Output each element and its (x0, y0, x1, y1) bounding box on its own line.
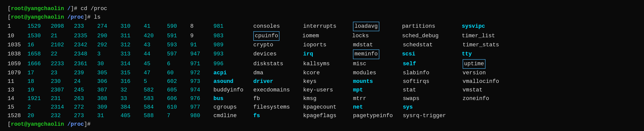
ls-cell: filesystems (253, 103, 303, 112)
ls-cell: 2335 (74, 32, 97, 40)
ls-cell: 973 (190, 77, 213, 86)
ls-cell: 591 (167, 32, 190, 40)
ls-cell: version (463, 69, 486, 77)
ls-cell: 971 (190, 60, 213, 68)
ls-cell: 24 (74, 77, 97, 86)
ls-cell: irq (303, 50, 353, 58)
ls-cell: 2098 (51, 22, 74, 31)
ls-cell: 308 (97, 94, 120, 103)
ls-cell: 1035 (8, 41, 27, 49)
ls-cell: 996 (214, 60, 253, 68)
ls-cell: 231 (51, 94, 74, 103)
ls-cell: 7 (167, 112, 190, 120)
ls-cell: 315 (120, 69, 144, 77)
ls-row: 15 2 2314 272 309 384 584 610 977 cgroup… (8, 103, 636, 112)
ls-cell: zoneinfo (463, 94, 489, 103)
ls-cell: 43 (144, 41, 167, 49)
ls-cell: 597 (167, 50, 190, 58)
ls-cell: 91 (190, 41, 213, 49)
ls-cell: 307 (97, 86, 120, 94)
ls-cell: 980 (190, 112, 213, 120)
ls-cell: pagetypeinfo (353, 112, 403, 120)
ls-cell: interrupts (303, 22, 353, 31)
ls-cell: schedstat (403, 41, 463, 49)
ls-cell: 593 (167, 41, 190, 49)
ls-cell: 5 (144, 77, 167, 86)
ls-cell: net (353, 103, 403, 112)
ls-cell: mdstat (353, 41, 403, 49)
ls-cell: 17 (27, 69, 51, 77)
ls-row: 1079 17 23 239 305 315 47 60 972 acpi dm… (8, 69, 636, 77)
ls-cell: tty (462, 50, 472, 58)
ls-cell: 292 (97, 41, 120, 49)
ls-row: 1038 1658 22 2348 3 313 44 597 947 993 d… (8, 49, 636, 59)
ls-cell: 274 (97, 22, 120, 31)
ls-cell: 310 (120, 22, 144, 31)
ls-cell: uptime (463, 59, 486, 69)
ls-cell: 2307 (51, 86, 74, 94)
ls-cell: 3 (97, 50, 120, 58)
ls-cell: 60 (167, 69, 190, 77)
ls-cell: ioports (303, 41, 353, 49)
ls-cell: fs (253, 112, 303, 120)
ls-row: 11 18 230 24 306 316 5 602 973 asound dr… (8, 77, 636, 86)
ls-cell: 2342 (74, 41, 97, 49)
ls-cell: 230 (51, 77, 74, 86)
ls-cell: execdomains (253, 86, 303, 94)
ls-cell: 1059 (8, 60, 27, 68)
ls-cell: 30 (97, 60, 120, 68)
ls-cell: 6 (167, 60, 190, 68)
ls-row: 1059 1666 2233 2361 30 314 45 6 971 996 … (8, 59, 636, 69)
ls-cell: 606 (167, 94, 190, 103)
ls-cell: 2233 (51, 60, 74, 68)
ls-cell: 16 (27, 41, 51, 49)
ls-cell: timer_list (462, 32, 495, 40)
ls-cell: 11 (8, 77, 27, 86)
ls-cell: key-users (303, 86, 353, 94)
ls-cell: cmdline (214, 112, 253, 120)
ls-cell: sys (403, 103, 463, 112)
ls-cell: dma (253, 69, 303, 77)
ls-cell: asound (214, 77, 253, 86)
ls-cell: kpagecount (303, 103, 353, 112)
ls-cell: 1658 (27, 50, 51, 58)
ls-cell: 1038 (8, 50, 27, 58)
ls-cell: 590 (167, 22, 190, 31)
ls-cell: 420 (144, 32, 167, 40)
ls-cell: 983 (214, 32, 253, 40)
ls-cell: 605 (167, 86, 190, 94)
ls-cell: 305 (97, 69, 120, 77)
ls-cell: devices (253, 50, 303, 58)
ls-cell: 972 (190, 69, 213, 77)
ls-cell: 1079 (8, 69, 27, 77)
ls-cell: 290 (97, 32, 120, 40)
ls-cell: 2314 (51, 103, 74, 112)
ls-cell: timer_stats (463, 41, 499, 49)
ls-cell: 263 (74, 94, 97, 103)
ls-cell: 47 (144, 69, 167, 77)
ls-cell: 19 (27, 86, 51, 94)
ls-cell: 314 (120, 60, 144, 68)
ls-cell: consoles (253, 22, 303, 31)
ls-row: 1 1529 2098 233 274 310 41 590 8 981 con… (8, 22, 636, 31)
terminal: [root@yangchaolin /]# cd /proc[root@yang… (8, 5, 636, 129)
ls-cell: 1921 (27, 94, 51, 103)
ls-cell: 8 (190, 22, 213, 31)
ls-cell: sysrq-trigger (403, 112, 463, 120)
ls-cell: 981 (214, 22, 253, 31)
ls-cell: 2361 (74, 60, 97, 68)
ls-cell: self (403, 60, 463, 68)
ls-cell: 9 (190, 32, 213, 40)
ls-cell: 45 (144, 60, 167, 68)
ls-cell: 22 (51, 50, 74, 58)
ls-cell: 233 (74, 22, 97, 31)
ls-cell: bus (214, 94, 253, 103)
ls-cell: 993 (214, 50, 253, 58)
ls-cell: 20 (27, 112, 51, 120)
ls-cell: 306 (97, 77, 120, 86)
ls-cell: softirqs (403, 77, 463, 86)
ls-cell: keys (303, 77, 353, 86)
ls-cell: meminfo (353, 49, 402, 59)
ls-cell: 582 (144, 86, 167, 94)
ls-cell: buddyinfo (214, 86, 253, 94)
